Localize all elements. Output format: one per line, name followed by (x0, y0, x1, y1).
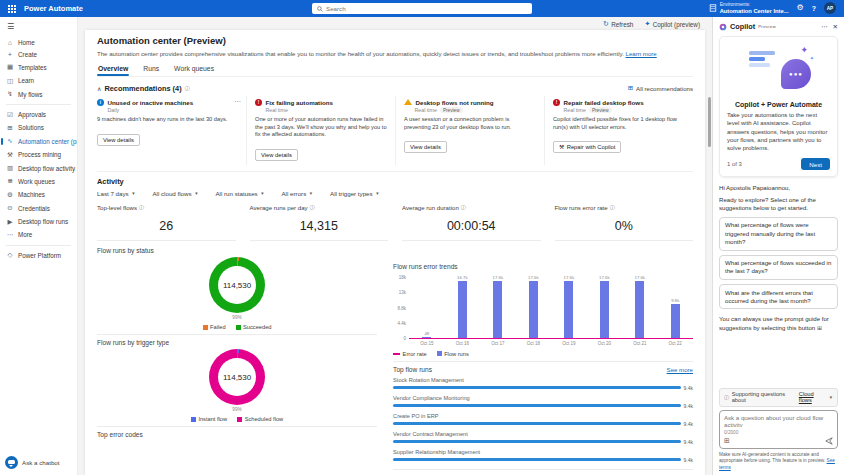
status-donut: 114,530 (209, 257, 265, 313)
sidebar-item-desktop-flow-activity[interactable]: ▥Desktop flow activity (0, 161, 77, 174)
automation-center-content: Automation center (Preview) The automati… (85, 30, 705, 475)
error-rate-line (409, 338, 693, 340)
charts-right-column: Flow runs error trends 18k13k8.8k4.4k0 4… (393, 247, 693, 475)
copilot-close-icon[interactable]: ✕ (833, 23, 838, 31)
prompt-guide-icon[interactable]: ⊞ (724, 437, 730, 445)
suggestion-chip-manual-triggers[interactable]: What percentage of flows were triggered … (719, 217, 838, 251)
prompt-guide-hint: You can always use the prompt guide for … (719, 315, 838, 332)
app-launcher-icon[interactable] (8, 5, 16, 13)
sidebar-item-approvals[interactable]: ☑Approvals (0, 108, 77, 121)
vertical-scrollbar[interactable] (708, 97, 711, 147)
avatar[interactable]: AP (824, 2, 836, 14)
recommendations-title: Recommendations (4) (104, 84, 181, 93)
nav-divider (6, 104, 71, 105)
sidebar-item-create[interactable]: +Create (0, 48, 77, 60)
search-icon (317, 6, 323, 12)
sidebar-item-machines[interactable]: ⚙Machines (0, 188, 77, 201)
learn-more-link[interactable]: Learn more (626, 50, 657, 57)
filter-trigger-types[interactable]: All trigger types▼ (330, 190, 379, 197)
sidebar-item-power-platform[interactable]: ◇Power Platform (0, 249, 77, 262)
suggestion-chip-succeeded-flows[interactable]: What percentage of flows succeeded in th… (719, 255, 838, 280)
warning-triangle-icon (404, 99, 412, 105)
kpi-flow-runs-error-rate: Flow runs error rateⓘ0% (555, 204, 694, 241)
environment-picker[interactable]: Environments: Automation Center Inte... (709, 2, 789, 15)
top-flow-run-row: Create PO in ERP9.4k (393, 413, 693, 427)
view-details-button[interactable]: View details (97, 134, 140, 146)
charts-left-column: Flow runs by status 114,530 99% Failed S… (97, 247, 377, 475)
recommendation-card-desktop-flows-not-running: Desktop flows not running Real timePrevi… (395, 96, 544, 166)
bar-Oct 21: 17.6k (622, 275, 657, 338)
sidebar-item-my-flows[interactable]: ↯My flows (0, 88, 77, 101)
search-input[interactable] (326, 5, 527, 12)
tab-runs[interactable]: Runs (142, 63, 160, 76)
activity-filters: Last 7 days▼ All cloud flows▼ All run st… (97, 190, 693, 197)
see-more-link[interactable]: See more (667, 366, 693, 373)
scope-dropdown[interactable]: Cloud flows (799, 391, 826, 403)
home-icon: ⌂ (6, 39, 14, 46)
sidebar-item-templates[interactable]: ▦Templates (0, 61, 77, 74)
nav-collapse-icon[interactable]: ☰ (0, 20, 77, 36)
tab-work-queues[interactable]: Work queues (173, 63, 215, 76)
page-tabs: Overview Runs Work queues (97, 63, 693, 77)
topbar-right: Environments: Automation Center Inte... … (709, 2, 836, 15)
top-flow-run-row: Vendor Compliance Monitoring9.4k (393, 395, 693, 409)
chevron-down-icon: ▼ (194, 191, 198, 196)
sidebar-item-more[interactable]: ⋯More (0, 228, 77, 241)
settings-gear-icon[interactable]: ⚙ (797, 4, 804, 12)
copilot-more-icon[interactable]: ⋯ (821, 23, 828, 31)
card-more-icon[interactable]: ⋯ (234, 98, 241, 106)
copilot-card-title: Copilot + Power Automate (727, 101, 830, 108)
ask-chatbot-button[interactable]: Ask a chatbot (5, 456, 60, 469)
templates-icon: ▦ (6, 63, 14, 71)
sidebar-item-home[interactable]: ⌂Home (0, 36, 77, 48)
sidebar-item-automation-center[interactable]: ∿Automation center (previe... (0, 135, 77, 148)
char-counter: 0/2000 (724, 430, 833, 435)
sidebar-item-process-mining[interactable]: ⚒Process mining (0, 148, 77, 161)
supporting-questions-bar[interactable]: ⓘ Supporting questions about Cloud flows… (719, 388, 838, 407)
sidebar-item-work-queues[interactable]: ≣Work queues (0, 175, 77, 188)
desktop-flow-runs-icon: ▶ (6, 218, 14, 226)
copilot-logo-icon (719, 23, 727, 31)
trigger-type-legend: Instant flow Scheduled flow (191, 416, 283, 422)
chatbot-icon (5, 456, 18, 469)
chevron-down-icon: ▼ (375, 191, 379, 196)
error-rate-swatch (393, 353, 400, 355)
sidebar-item-credentials[interactable]: ⊙Credentials (0, 202, 77, 215)
prompt-guide-icon[interactable]: ⊞ (817, 325, 822, 331)
next-button[interactable]: Next (801, 158, 830, 170)
help-icon[interactable]: ? (812, 5, 816, 12)
repair-with-copilot-button[interactable]: ⚒Repair with Copilot (553, 141, 621, 153)
send-icon[interactable] (825, 437, 833, 445)
bar-Oct 22: 9.8k (658, 275, 693, 338)
sidebar-item-desktop-flow-runs[interactable]: ▶Desktop flow runs (0, 215, 77, 228)
copilot-input-box: 0/2000 ⊞ (719, 410, 838, 449)
suggestion-chip-errors[interactable]: What are the different errors that occur… (719, 284, 838, 309)
refresh-button[interactable]: ↻Refresh (603, 20, 633, 28)
top-error-codes-title: Top error codes (97, 431, 377, 438)
tab-overview[interactable]: Overview (97, 63, 129, 76)
kpi-average-runs-per-day: Average runs per dayⓘ14,315 (250, 204, 389, 241)
filter-errors[interactable]: All errors▼ (281, 190, 313, 197)
copilot-toolbar-button[interactable]: ✦Copilot (preview) (644, 20, 700, 28)
global-search[interactable] (312, 3, 532, 14)
copilot-welcome-card: ●●● ✦ ✦ Copilot + Power Automate Take yo… (719, 36, 838, 177)
top-flow-run-row: Stock Rotation Management9.4k (393, 377, 693, 391)
chevron-down-icon: ▼ (131, 191, 135, 196)
sidebar-item-solutions[interactable]: ⊞Solutions (0, 121, 77, 134)
filter-run-statuses[interactable]: All run statuses▼ (215, 190, 264, 197)
trigger-type-donut: 114,530 (209, 349, 265, 405)
top-flow-run-row: Vendor Contract Management9.4k (393, 431, 693, 445)
recommendation-card-unused-machines: iUnused or inactive machines ⋯ Daily 9 m… (97, 96, 246, 166)
page-description: The automation center provides comprehen… (97, 50, 693, 57)
copilot-input[interactable] (724, 414, 833, 427)
sidebar-item-learn[interactable]: ◫Learn (0, 74, 77, 87)
view-details-button[interactable]: View details (255, 149, 298, 161)
kpi-row: Top-level flowsⓘ26 Average runs per dayⓘ… (97, 204, 693, 241)
filter-cloud-flows[interactable]: All cloud flows▼ (152, 190, 198, 197)
filter-time-range[interactable]: Last 7 days▼ (97, 190, 135, 197)
copilot-card-body: Take your automations to the next level … (727, 111, 830, 152)
view-details-button[interactable]: View details (404, 141, 447, 153)
all-recommendations-button[interactable]: ⊞All recommendations (628, 84, 693, 92)
collapse-chevron-icon[interactable]: ∧ (97, 85, 101, 92)
recommendation-cards: iUnused or inactive machines ⋯ Daily 9 m… (97, 96, 693, 166)
